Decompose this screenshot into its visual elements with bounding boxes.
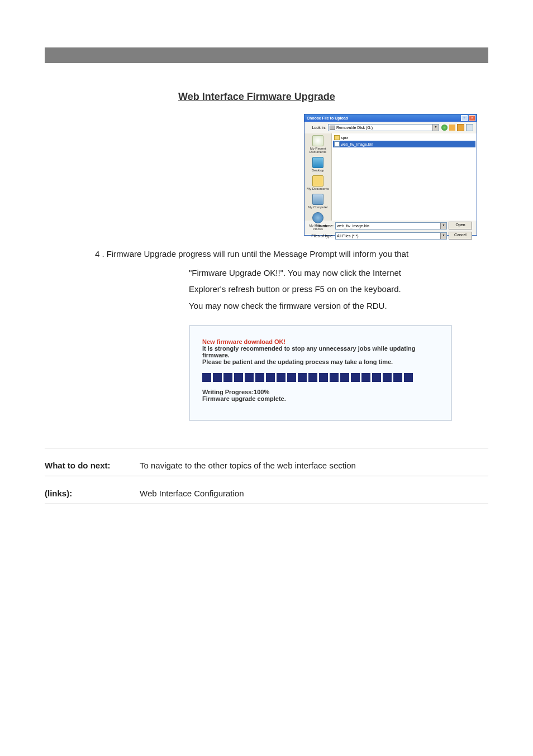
- what-to-do-label: What to do next:: [45, 461, 140, 470]
- chevron-down-icon[interactable]: ▼: [440, 223, 446, 229]
- file-icon: [334, 141, 340, 147]
- files-of-type-label: Files of type:: [309, 234, 334, 238]
- look-in-combo[interactable]: Removable Disk (G:) ▼: [328, 124, 439, 131]
- step4-text-line3: You may now check the firmware version o…: [189, 299, 488, 313]
- divider: [45, 448, 488, 448]
- place-my-network[interactable]: My Network Places: [304, 212, 331, 231]
- links-desc[interactable]: Web Interface Configuration: [140, 489, 244, 498]
- list-item[interactable]: sprx: [333, 135, 475, 141]
- chevron-down-icon[interactable]: ▼: [432, 125, 439, 131]
- links-row: (links): Web Interface Configuration: [45, 489, 488, 498]
- file-name-label: File name:: [309, 224, 334, 228]
- progress-bar: [202, 373, 440, 382]
- place-desktop[interactable]: Desktop: [312, 157, 324, 172]
- msg-complete: Firmware upgrade complete.: [202, 395, 440, 402]
- place-my-computer[interactable]: My Computer: [308, 194, 328, 209]
- new-folder-icon[interactable]: [457, 124, 464, 131]
- file-open-dialog: Choose File to Upload ? × Look in: Remov…: [304, 114, 477, 236]
- step4-text-line2: Explorer's refresh button or press F5 on…: [189, 282, 488, 296]
- look-in-value: Removable Disk (G:): [336, 126, 373, 130]
- divider: [45, 476, 488, 476]
- close-button[interactable]: ×: [469, 115, 475, 121]
- chevron-down-icon[interactable]: ▼: [440, 233, 446, 239]
- msg-progress-pct: Writing Progress:100%: [202, 389, 440, 395]
- msg-download-ok: New firmware download OK!: [202, 338, 440, 345]
- file-name-input[interactable]: web_fw_image.bin ▼: [335, 222, 447, 229]
- place-my-documents[interactable]: My Documents: [307, 175, 329, 190]
- up-one-level-icon[interactable]: [449, 125, 455, 131]
- place-recent-docs[interactable]: My Recent Documents: [304, 135, 331, 154]
- section-title: Web Interface Firmware Upgrade: [178, 91, 488, 103]
- step4-text-line1: 4 . Firmware Upgrade progress will run u…: [95, 247, 488, 261]
- folder-icon: [334, 135, 340, 140]
- what-to-do-row: What to do next: To navigate to the othe…: [45, 461, 488, 470]
- divider: [45, 504, 488, 504]
- list-item-selected[interactable]: web_fw_image.bin: [333, 141, 475, 147]
- cancel-button[interactable]: Cancel: [449, 232, 472, 240]
- dialog-title: Choose File to Upload: [307, 116, 348, 120]
- help-button[interactable]: ?: [461, 115, 468, 121]
- look-in-label: Look in:: [308, 126, 326, 130]
- step4-text-quote: "Firmware Upgrade OK!!". You may now cli…: [189, 266, 488, 280]
- files-of-type-combo[interactable]: All Files (*.*) ▼: [335, 232, 447, 240]
- dialog-titlebar: Choose File to Upload ? ×: [304, 114, 477, 122]
- file-list[interactable]: sprx web_fw_image.bin: [332, 133, 477, 221]
- links-label: (links):: [45, 489, 140, 498]
- upgrade-progress-panel: New firmware download OK! It is strongly…: [189, 325, 452, 421]
- back-icon[interactable]: [441, 125, 448, 131]
- msg-recommend: It is strongly recommended to stop any u…: [202, 345, 440, 358]
- places-bar: My Recent Documents Desktop My Documents: [304, 133, 332, 221]
- what-to-do-desc: To navigate to the other topics of the w…: [140, 461, 356, 470]
- open-button[interactable]: Open: [449, 222, 472, 229]
- views-icon[interactable]: [466, 124, 473, 131]
- msg-patient: Please be patient and the updating proce…: [202, 358, 440, 365]
- header-gray-bar: [45, 47, 488, 63]
- drive-icon: [330, 126, 335, 130]
